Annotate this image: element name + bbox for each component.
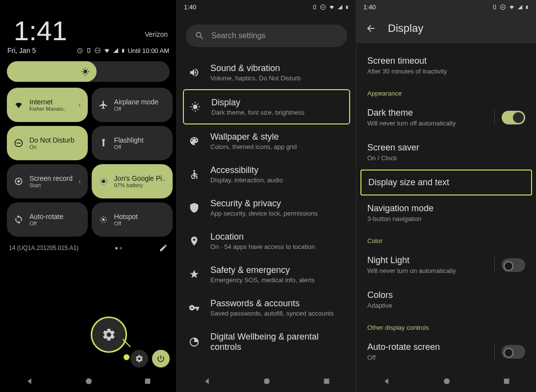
svg-rect-40 — [324, 379, 329, 384]
setting-display-size[interactable]: Display size and text — [360, 170, 532, 196]
vibrate-icon — [491, 4, 498, 10]
tile-flashlight[interactable]: FlashlightOff — [92, 126, 173, 160]
settings-item-display[interactable]: DisplayDark theme, font size, brightness — [183, 89, 350, 124]
section-color: Color — [357, 230, 536, 247]
tile-device[interactable]: Jon's Google Pi..97% battery — [92, 164, 173, 198]
dnd-icon — [500, 4, 506, 10]
settings-item-security[interactable]: Security & privacyApp security, device l… — [183, 191, 350, 224]
page-title: Display — [388, 22, 423, 35]
settings-item-wellbeing[interactable]: Digital Wellbeing & parental controls — [183, 324, 350, 360]
callout-line — [121, 339, 133, 350]
svg-point-39 — [264, 378, 270, 384]
svg-rect-1 — [88, 49, 90, 52]
wifi-icon — [103, 47, 111, 54]
nav-bar — [177, 370, 356, 392]
gear-icon — [102, 327, 116, 342]
nav-home-icon[interactable] — [442, 377, 451, 386]
tile-airplane[interactable]: Airplane modeOff — [92, 88, 173, 122]
nav-back-icon[interactable] — [203, 377, 211, 386]
svg-rect-23 — [145, 379, 150, 384]
alarm-icon — [77, 47, 83, 54]
search-input[interactable]: Search settings — [186, 24, 347, 47]
emergency-icon — [189, 269, 200, 280]
carrier-label: Verizon — [145, 30, 168, 38]
page-dots — [115, 247, 122, 249]
settings-item-sound[interactable]: Sound & vibrationVolume, haptics, Do Not… — [183, 56, 350, 89]
brightness-icon — [190, 101, 201, 112]
signal-icon — [517, 4, 523, 10]
auto-rotate-toggle[interactable] — [502, 345, 525, 359]
settings-item-location[interactable]: LocationOn · 54 apps have access to loca… — [183, 224, 350, 258]
search-icon — [195, 31, 204, 41]
nav-bar — [0, 370, 177, 392]
svg-line-13 — [82, 74, 83, 74]
nav-recent-icon[interactable] — [503, 377, 510, 385]
settings-item-passwords[interactable]: Passwords & accountsSaved passwords, aut… — [183, 291, 350, 324]
section-appearance: Appearance — [357, 83, 536, 100]
wifi-icon — [14, 100, 24, 110]
build-number: 14 (UQ1A.231205.015.A1) — [9, 245, 78, 251]
svg-line-36 — [192, 109, 193, 110]
volume-icon — [189, 67, 200, 78]
battery-icon — [525, 4, 529, 10]
dnd-icon — [94, 47, 101, 54]
svg-line-12 — [87, 69, 88, 70]
divider — [494, 344, 495, 360]
tile-dnd[interactable]: Do Not DisturbOn — [7, 126, 88, 160]
setting-colors[interactable]: Colors Adaptive — [357, 282, 536, 317]
nav-home-icon[interactable] — [262, 377, 271, 386]
record-icon — [14, 176, 24, 186]
search-placeholder: Search settings — [211, 31, 265, 40]
status-time: 1:40 — [184, 3, 196, 11]
tile-internet[interactable]: InternetFisher Mansio.. › — [7, 88, 88, 122]
tile-screen-record[interactable]: Screen recordStart › — [7, 164, 88, 198]
svg-line-33 — [192, 104, 193, 105]
nav-back-icon[interactable] — [25, 377, 34, 386]
nav-home-icon[interactable] — [84, 377, 93, 386]
battery-icon — [345, 4, 349, 10]
nav-back-icon[interactable] — [382, 377, 391, 386]
power-button[interactable] — [152, 350, 170, 368]
svg-point-17 — [18, 180, 20, 183]
display-settings-screen: 1:40 Display Screen timeout After 30 min… — [357, 0, 536, 392]
setting-dark-theme[interactable]: Dark theme Will never turn off automatic… — [357, 100, 536, 135]
gear-icon — [135, 354, 144, 363]
svg-rect-24 — [313, 5, 315, 9]
edit-icon[interactable] — [159, 244, 168, 252]
svg-line-11 — [87, 74, 88, 74]
nav-recent-icon[interactable] — [323, 377, 331, 385]
wifi-icon — [508, 4, 515, 10]
settings-button[interactable] — [130, 350, 148, 368]
svg-point-37 — [193, 170, 195, 172]
settings-item-accessibility[interactable]: AccessibilityDisplay, interaction, audio — [183, 158, 350, 191]
night-light-toggle[interactable] — [502, 258, 525, 272]
location-icon — [189, 236, 200, 246]
status-icons — [491, 4, 529, 10]
tile-auto-rotate[interactable]: Auto-rotateOff — [7, 202, 88, 237]
hotspot-icon — [99, 215, 108, 224]
nav-bar — [357, 370, 536, 392]
setting-screen-timeout[interactable]: Screen timeout After 30 minutes of inact… — [357, 48, 536, 83]
tile-hotspot[interactable]: HotspotOff — [92, 202, 173, 237]
nav-recent-icon[interactable] — [144, 377, 152, 385]
brightness-slider[interactable] — [7, 61, 170, 82]
quick-settings-screen: 1:41 Verizon Fri, Jan 5 Until 10:00 AM I… — [0, 0, 177, 392]
settings-item-safety[interactable]: Safety & emergencyEmergency SOS, medical… — [183, 258, 350, 291]
setting-auto-rotate[interactable]: Auto-rotate screen Off — [357, 334, 536, 369]
dnd-icon — [320, 4, 326, 10]
settings-item-wallpaper[interactable]: Wallpaper & styleColors, themed icons, a… — [183, 124, 350, 158]
setting-navigation-mode[interactable]: Navigation mode 3-button navigation — [357, 196, 536, 230]
divider — [494, 110, 495, 125]
dnd-icon — [14, 138, 24, 148]
setting-night-light[interactable]: Night Light Will never turn on automatic… — [357, 247, 536, 282]
chevron-right-icon: › — [78, 101, 81, 109]
dark-theme-toggle[interactable] — [502, 111, 525, 124]
back-arrow-icon[interactable] — [365, 23, 376, 34]
svg-line-34 — [198, 109, 199, 110]
signal-icon — [337, 4, 343, 10]
airplane-icon — [99, 100, 108, 110]
wifi-icon — [328, 4, 335, 10]
power-icon — [156, 354, 165, 363]
setting-screen-saver[interactable]: Screen saver On / Clock — [357, 135, 536, 170]
svg-rect-46 — [504, 379, 509, 384]
